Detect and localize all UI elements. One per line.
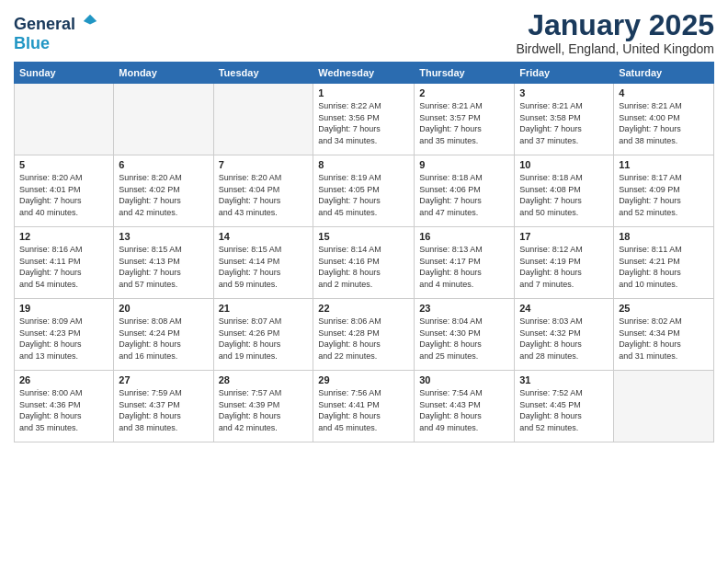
calendar-cell	[15, 84, 114, 155]
day-number: 1	[318, 87, 409, 98]
day-info: Sunrise: 8:02 AM Sunset: 4:34 PM Dayligh…	[619, 316, 709, 362]
calendar-cell: 1Sunrise: 8:22 AM Sunset: 3:56 PM Daylig…	[313, 84, 415, 155]
day-number: 25	[619, 303, 709, 314]
day-number: 4	[619, 87, 709, 98]
calendar-table: SundayMondayTuesdayWednesdayThursdayFrid…	[14, 62, 714, 442]
day-number: 6	[119, 159, 208, 170]
day-info: Sunrise: 8:07 AM Sunset: 4:26 PM Dayligh…	[219, 316, 309, 362]
day-info: Sunrise: 8:21 AM Sunset: 4:00 PM Dayligh…	[619, 100, 709, 146]
day-number: 7	[219, 159, 309, 170]
day-info: Sunrise: 8:22 AM Sunset: 3:56 PM Dayligh…	[318, 100, 409, 146]
day-number: 29	[318, 374, 409, 385]
calendar-cell: 15Sunrise: 8:14 AM Sunset: 4:16 PM Dayli…	[313, 227, 415, 299]
day-info: Sunrise: 8:20 AM Sunset: 4:02 PM Dayligh…	[119, 172, 208, 218]
header: General Blue January 2025 Birdwell, Engl…	[14, 9, 714, 56]
day-header-friday: Friday	[515, 63, 614, 84]
day-number: 31	[519, 374, 609, 385]
calendar-cell: 8Sunrise: 8:19 AM Sunset: 4:05 PM Daylig…	[313, 155, 415, 227]
calendar-cell	[213, 84, 313, 155]
day-number: 23	[419, 303, 509, 314]
day-number: 17	[519, 231, 609, 242]
calendar-cell: 9Sunrise: 8:18 AM Sunset: 4:06 PM Daylig…	[415, 155, 515, 227]
calendar-cell: 24Sunrise: 8:03 AM Sunset: 4:32 PM Dayli…	[515, 299, 614, 371]
calendar-cell: 27Sunrise: 7:59 AM Sunset: 4:37 PM Dayli…	[114, 371, 213, 442]
calendar-cell: 25Sunrise: 8:02 AM Sunset: 4:34 PM Dayli…	[614, 299, 714, 371]
day-number: 26	[19, 374, 108, 385]
calendar-cell: 12Sunrise: 8:16 AM Sunset: 4:11 PM Dayli…	[15, 227, 114, 299]
calendar-cell: 18Sunrise: 8:11 AM Sunset: 4:21 PM Dayli…	[614, 227, 714, 299]
calendar-cell: 4Sunrise: 8:21 AM Sunset: 4:00 PM Daylig…	[614, 84, 714, 155]
calendar-week-4: 19Sunrise: 8:09 AM Sunset: 4:23 PM Dayli…	[15, 299, 714, 371]
day-number: 3	[519, 87, 609, 98]
day-header-tuesday: Tuesday	[213, 63, 313, 84]
calendar-cell: 16Sunrise: 8:13 AM Sunset: 4:17 PM Dayli…	[415, 227, 515, 299]
day-info: Sunrise: 8:19 AM Sunset: 4:05 PM Dayligh…	[318, 172, 409, 218]
day-info: Sunrise: 8:15 AM Sunset: 4:13 PM Dayligh…	[119, 244, 208, 290]
day-header-sunday: Sunday	[15, 63, 114, 84]
day-info: Sunrise: 7:59 AM Sunset: 4:37 PM Dayligh…	[119, 387, 208, 433]
day-number: 18	[619, 231, 709, 242]
calendar-cell: 14Sunrise: 8:15 AM Sunset: 4:14 PM Dayli…	[213, 227, 313, 299]
day-number: 8	[318, 159, 409, 170]
calendar-cell	[614, 371, 714, 442]
calendar-cell: 29Sunrise: 7:56 AM Sunset: 4:41 PM Dayli…	[313, 371, 415, 442]
calendar-cell: 20Sunrise: 8:08 AM Sunset: 4:24 PM Dayli…	[114, 299, 213, 371]
day-info: Sunrise: 8:16 AM Sunset: 4:11 PM Dayligh…	[19, 244, 108, 290]
day-info: Sunrise: 8:00 AM Sunset: 4:36 PM Dayligh…	[19, 387, 108, 433]
logo-text: General	[14, 13, 98, 34]
day-number: 27	[119, 374, 208, 385]
calendar-cell: 26Sunrise: 8:00 AM Sunset: 4:36 PM Dayli…	[15, 371, 114, 442]
day-header-monday: Monday	[114, 63, 213, 84]
day-info: Sunrise: 7:57 AM Sunset: 4:39 PM Dayligh…	[219, 387, 309, 433]
day-number: 30	[419, 374, 509, 385]
calendar-week-1: 1Sunrise: 8:22 AM Sunset: 3:56 PM Daylig…	[15, 84, 714, 155]
calendar-cell: 30Sunrise: 7:54 AM Sunset: 4:43 PM Dayli…	[415, 371, 515, 442]
calendar-cell: 5Sunrise: 8:20 AM Sunset: 4:01 PM Daylig…	[15, 155, 114, 227]
day-info: Sunrise: 8:17 AM Sunset: 4:09 PM Dayligh…	[619, 172, 709, 218]
calendar-cell: 11Sunrise: 8:17 AM Sunset: 4:09 PM Dayli…	[614, 155, 714, 227]
calendar-week-2: 5Sunrise: 8:20 AM Sunset: 4:01 PM Daylig…	[15, 155, 714, 227]
day-number: 24	[519, 303, 609, 314]
day-number: 22	[318, 303, 409, 314]
day-number: 28	[219, 374, 309, 385]
day-number: 13	[119, 231, 208, 242]
page-container: General Blue January 2025 Birdwell, Engl…	[0, 0, 728, 447]
calendar-cell: 13Sunrise: 8:15 AM Sunset: 4:13 PM Dayli…	[114, 227, 213, 299]
calendar-cell: 23Sunrise: 8:04 AM Sunset: 4:30 PM Dayli…	[415, 299, 515, 371]
day-number: 11	[619, 159, 709, 170]
day-number: 14	[219, 231, 309, 242]
day-number: 15	[318, 231, 409, 242]
calendar-cell: 10Sunrise: 8:18 AM Sunset: 4:08 PM Dayli…	[515, 155, 614, 227]
day-info: Sunrise: 8:11 AM Sunset: 4:21 PM Dayligh…	[619, 244, 709, 290]
calendar-cell: 17Sunrise: 8:12 AM Sunset: 4:19 PM Dayli…	[515, 227, 614, 299]
calendar-cell: 28Sunrise: 7:57 AM Sunset: 4:39 PM Dayli…	[213, 371, 313, 442]
location: Birdwell, England, United Kingdom	[516, 41, 714, 56]
logo-blue: Blue	[14, 34, 98, 53]
day-info: Sunrise: 7:56 AM Sunset: 4:41 PM Dayligh…	[318, 387, 409, 433]
day-info: Sunrise: 8:21 AM Sunset: 3:57 PM Dayligh…	[419, 100, 509, 146]
day-info: Sunrise: 8:13 AM Sunset: 4:17 PM Dayligh…	[419, 244, 509, 290]
day-number: 10	[519, 159, 609, 170]
day-info: Sunrise: 8:03 AM Sunset: 4:32 PM Dayligh…	[519, 316, 609, 362]
day-info: Sunrise: 8:06 AM Sunset: 4:28 PM Dayligh…	[318, 316, 409, 362]
day-info: Sunrise: 8:20 AM Sunset: 4:01 PM Dayligh…	[19, 172, 108, 218]
title-block: January 2025 Birdwell, England, United K…	[516, 9, 714, 56]
calendar-cell: 2Sunrise: 8:21 AM Sunset: 3:57 PM Daylig…	[415, 84, 515, 155]
calendar-cell: 6Sunrise: 8:20 AM Sunset: 4:02 PM Daylig…	[114, 155, 213, 227]
day-info: Sunrise: 8:14 AM Sunset: 4:16 PM Dayligh…	[318, 244, 409, 290]
month-title: January 2025	[516, 9, 714, 41]
calendar-cell	[114, 84, 213, 155]
calendar-header-row: SundayMondayTuesdayWednesdayThursdayFrid…	[15, 63, 714, 84]
day-number: 9	[419, 159, 509, 170]
calendar-cell: 3Sunrise: 8:21 AM Sunset: 3:58 PM Daylig…	[515, 84, 614, 155]
day-info: Sunrise: 8:09 AM Sunset: 4:23 PM Dayligh…	[19, 316, 108, 362]
calendar-week-5: 26Sunrise: 8:00 AM Sunset: 4:36 PM Dayli…	[15, 371, 714, 442]
logo-icon	[82, 13, 98, 29]
logo: General Blue	[14, 13, 98, 53]
calendar-cell: 19Sunrise: 8:09 AM Sunset: 4:23 PM Dayli…	[15, 299, 114, 371]
day-number: 12	[19, 231, 108, 242]
day-info: Sunrise: 8:15 AM Sunset: 4:14 PM Dayligh…	[219, 244, 309, 290]
day-info: Sunrise: 8:18 AM Sunset: 4:06 PM Dayligh…	[419, 172, 509, 218]
day-header-saturday: Saturday	[614, 63, 714, 84]
calendar-week-3: 12Sunrise: 8:16 AM Sunset: 4:11 PM Dayli…	[15, 227, 714, 299]
